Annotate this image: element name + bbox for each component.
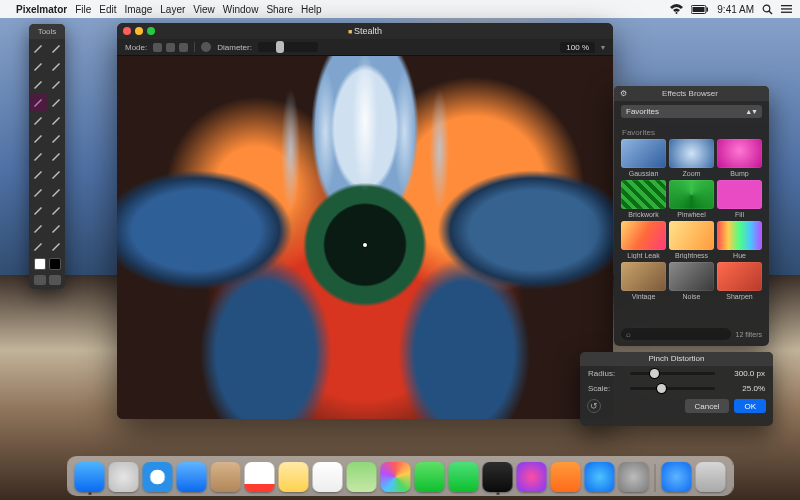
menu-help[interactable]: Help bbox=[301, 4, 322, 15]
effect-vintage[interactable]: Vintage bbox=[621, 262, 666, 300]
menu-share[interactable]: Share bbox=[266, 4, 293, 15]
window-titlebar[interactable]: Stealth bbox=[117, 23, 613, 39]
dock-app-appstore[interactable] bbox=[585, 462, 615, 492]
dock-app-safari[interactable] bbox=[143, 462, 173, 492]
diameter-slider[interactable] bbox=[258, 42, 318, 52]
dock-app-itunes[interactable] bbox=[517, 462, 547, 492]
dock-app-preferences[interactable] bbox=[619, 462, 649, 492]
sponge-tool[interactable] bbox=[29, 165, 47, 183]
dock-downloads[interactable] bbox=[662, 462, 692, 492]
effects-category-select[interactable]: Favorites ▲▼ bbox=[621, 105, 762, 118]
blur-tool[interactable] bbox=[29, 183, 47, 201]
tools-panel[interactable]: Tools bbox=[29, 24, 65, 289]
menu-image[interactable]: Image bbox=[125, 4, 153, 15]
dock-app-pixelmator[interactable] bbox=[483, 462, 513, 492]
effect-fill[interactable]: Fill bbox=[717, 180, 762, 218]
effect-thumbnail bbox=[717, 262, 762, 291]
menu-layer[interactable]: Layer bbox=[160, 4, 185, 15]
stamp-tool[interactable] bbox=[47, 147, 65, 165]
effect-brightness[interactable]: Brightness bbox=[669, 221, 714, 259]
screen-mode-toggle[interactable] bbox=[49, 275, 61, 285]
ok-button[interactable]: OK bbox=[734, 399, 766, 413]
effect-center-handle[interactable] bbox=[363, 243, 367, 247]
crop-tool[interactable] bbox=[29, 201, 47, 219]
effect-gaussian[interactable]: Gaussian bbox=[621, 139, 666, 177]
scale-slider[interactable] bbox=[630, 387, 715, 390]
move-tool[interactable] bbox=[29, 39, 47, 57]
menu-file[interactable]: File bbox=[75, 4, 91, 15]
transform-tool[interactable] bbox=[47, 39, 65, 57]
reset-button[interactable]: ↺ bbox=[587, 399, 601, 413]
app-menu[interactable]: Pixelmator bbox=[16, 4, 67, 15]
effect-hue[interactable]: Hue bbox=[717, 221, 762, 259]
dock-app-facetime[interactable] bbox=[449, 462, 479, 492]
battery-icon[interactable] bbox=[691, 5, 709, 14]
effect-brickwork[interactable]: Brickwork bbox=[621, 180, 666, 218]
quick-mask-toggle[interactable] bbox=[34, 275, 46, 285]
dock-app-notes[interactable] bbox=[279, 462, 309, 492]
dock-app-calendar[interactable] bbox=[245, 462, 275, 492]
sharpen-tool[interactable] bbox=[47, 183, 65, 201]
dock-app-mail[interactable] bbox=[177, 462, 207, 492]
menu-edit[interactable]: Edit bbox=[99, 4, 116, 15]
eraser-tool[interactable] bbox=[47, 111, 65, 129]
effect-light-leak[interactable]: Light Leak bbox=[621, 221, 666, 259]
notification-center-icon[interactable] bbox=[781, 4, 792, 14]
red-eye-tool[interactable] bbox=[47, 165, 65, 183]
zoom-field[interactable]: 100 % bbox=[560, 42, 595, 53]
warp-tool[interactable] bbox=[47, 219, 65, 237]
shape-tool[interactable] bbox=[47, 201, 65, 219]
dock-app-messages[interactable] bbox=[415, 462, 445, 492]
canvas[interactable] bbox=[117, 56, 613, 419]
dock-app-ibooks[interactable] bbox=[551, 462, 581, 492]
zoom-stepper-icon[interactable]: ▾ bbox=[601, 43, 605, 52]
lasso-tool[interactable] bbox=[47, 57, 65, 75]
dock-app-reminders[interactable] bbox=[313, 462, 343, 492]
dock-separator bbox=[655, 464, 656, 492]
menu-window[interactable]: Window bbox=[223, 4, 259, 15]
gradient-tool[interactable] bbox=[29, 129, 47, 147]
zoom-tool[interactable] bbox=[29, 237, 47, 255]
effect-pinwheel[interactable]: Pinwheel bbox=[669, 180, 714, 218]
effect-noise[interactable]: Noise bbox=[669, 262, 714, 300]
effect-sharpen[interactable]: Sharpen bbox=[717, 262, 762, 300]
dock-app-photos[interactable] bbox=[381, 462, 411, 492]
effects-count: 12 filters bbox=[736, 331, 762, 338]
foreground-color-swatch[interactable] bbox=[34, 258, 46, 270]
spotlight-icon[interactable] bbox=[762, 4, 773, 15]
close-window-button[interactable] bbox=[123, 27, 131, 35]
effects-section-label: Favorites bbox=[614, 122, 769, 139]
brush-preset-icon[interactable] bbox=[201, 42, 211, 52]
dock-app-contacts[interactable] bbox=[211, 462, 241, 492]
effects-search-input[interactable]: ⌕ bbox=[621, 328, 731, 340]
marquee-tool[interactable] bbox=[29, 57, 47, 75]
magic-wand-tool[interactable] bbox=[29, 75, 47, 93]
text-tool[interactable] bbox=[29, 219, 47, 237]
hand-tool[interactable] bbox=[47, 237, 65, 255]
dock-app-maps[interactable] bbox=[347, 462, 377, 492]
zoom-window-button[interactable] bbox=[147, 27, 155, 35]
brush-tool[interactable] bbox=[29, 93, 47, 111]
radius-slider[interactable] bbox=[630, 372, 715, 375]
dock-app-finder[interactable] bbox=[75, 462, 105, 492]
pencil-tool[interactable] bbox=[29, 111, 47, 129]
effect-label: Gaussian bbox=[621, 168, 666, 177]
clone-tool[interactable] bbox=[29, 147, 47, 165]
wifi-icon[interactable] bbox=[670, 4, 683, 14]
effect-bump[interactable]: Bump bbox=[717, 139, 762, 177]
background-color-swatch[interactable] bbox=[49, 258, 61, 270]
menu-view[interactable]: View bbox=[193, 4, 215, 15]
dock-app-launchpad[interactable] bbox=[109, 462, 139, 492]
effect-label: Noise bbox=[669, 291, 714, 300]
paint-bucket-tool[interactable] bbox=[47, 93, 65, 111]
effects-browser-panel[interactable]: ⚙ Effects Browser Favorites ▲▼ Favorites… bbox=[614, 86, 769, 346]
effect-dialog[interactable]: Pinch Distortion Radius: 300.0 px Scale:… bbox=[580, 352, 773, 426]
minimize-window-button[interactable] bbox=[135, 27, 143, 35]
dock-trash[interactable] bbox=[696, 462, 726, 492]
blend-mode-selector[interactable] bbox=[153, 43, 188, 52]
pen-tool[interactable] bbox=[47, 75, 65, 93]
effect-zoom[interactable]: Zoom bbox=[669, 139, 714, 177]
cancel-button[interactable]: Cancel bbox=[685, 399, 730, 413]
eyedropper-tool[interactable] bbox=[47, 129, 65, 147]
clock[interactable]: 9:41 AM bbox=[717, 4, 754, 15]
